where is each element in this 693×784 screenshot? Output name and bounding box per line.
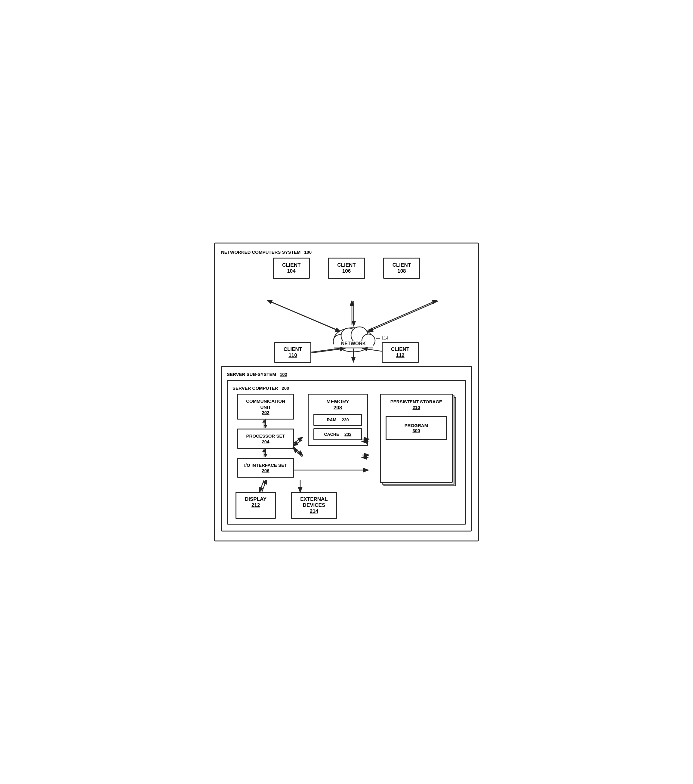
memory-box: MEMORY 208 RAM 230 CACHE	[308, 394, 368, 446]
processor-set-ref: 204	[243, 439, 289, 444]
program-box: PROGRAM 300	[386, 416, 447, 440]
server-computer-label: SERVER COMPUTER 200	[233, 385, 460, 390]
memory-inner: RAM 230 CACHE 232	[314, 414, 362, 440]
server-subsystem-ref: 102	[280, 372, 287, 377]
cache-box: CACHE 232	[314, 428, 362, 440]
io-interface-box: I/O INTERFACE SET 206	[237, 458, 294, 478]
processor-set-label: PROCESSOR SET	[243, 433, 289, 439]
memory-label: MEMORY	[314, 399, 362, 405]
network-ref-text: — 114	[376, 336, 388, 340]
client108-to-network-line	[368, 301, 438, 331]
client-104-label: CLIENT	[282, 262, 301, 268]
client-110-label: CLIENT	[284, 346, 302, 352]
server-computer-title: SERVER COMPUTER	[233, 385, 278, 390]
display-ref: 212	[245, 502, 266, 508]
diagram-wrapper: NETWORKED COMPUTERS SYSTEM 100 CLIENT 10…	[214, 242, 479, 542]
io-interface-label: I/O INTERFACE SET	[243, 462, 289, 468]
client-112-ref: 112	[391, 352, 409, 359]
external-devices-box: EXTERNALDEVICES 214	[291, 492, 337, 519]
client-112-label: CLIENT	[391, 346, 409, 352]
client-110-ref: 110	[284, 352, 302, 359]
client-104-ref: 104	[282, 268, 301, 274]
external-devices-ref: 214	[300, 508, 328, 514]
networked-system-label: NETWORKED COMPUTERS SYSTEM 100	[221, 249, 472, 255]
left-column: COMMUNICATIONUNIT 202	[233, 394, 299, 478]
right-column: PERSISTENT STORAGE 210 PROGRAM 300	[377, 394, 460, 483]
output-devices-container: DISPLAY 212 EXTERNALDEVICES 214	[235, 492, 337, 519]
ram-label: RAM	[327, 417, 336, 422]
server-subsystem-box: SERVER SUB-SYSTEM 102 SERVER COMPUTER 20…	[221, 366, 472, 532]
external-devices-label: EXTERNALDEVICES	[300, 496, 328, 508]
comm-processor-arrow	[261, 420, 270, 428]
client-112-box: CLIENT 112	[382, 342, 419, 363]
program-label: PROGRAM	[391, 423, 441, 428]
client-106-ref: 106	[337, 268, 356, 274]
server-inner: COMMUNICATIONUNIT 202	[233, 394, 460, 483]
networked-system-box: NETWORKED COMPUTERS SYSTEM 100 CLIENT 10…	[214, 242, 479, 542]
server-subsystem-title: SERVER SUB-SYSTEM	[227, 372, 276, 377]
network-to-client104-line	[268, 300, 338, 331]
persistent-storage-stack: PERSISTENT STORAGE 210 PROGRAM 300	[380, 394, 455, 483]
persistent-storage-box: PERSISTENT STORAGE 210 PROGRAM 300	[380, 394, 453, 483]
processor-io-arrow	[261, 449, 270, 458]
io-interface-ref: 206	[243, 468, 289, 473]
comm-unit-ref: 202	[243, 410, 289, 415]
persistent-storage-label: PERSISTENT STORAGE	[386, 399, 447, 405]
client-108-label: CLIENT	[392, 262, 411, 268]
client-106-label: CLIENT	[337, 262, 356, 268]
program-ref: 300	[391, 428, 441, 433]
processor-set-box: PROCESSOR SET 204	[237, 428, 294, 449]
cache-ref: 232	[345, 432, 351, 437]
comm-unit-label: COMMUNICATIONUNIT	[243, 398, 289, 410]
output-devices-boxes: DISPLAY 212 EXTERNALDEVICES 214	[235, 492, 337, 519]
client-106-box: CLIENT 106	[328, 258, 365, 279]
cache-label: CACHE	[324, 432, 339, 437]
server-subsystem-label: SERVER SUB-SYSTEM 102	[227, 372, 466, 377]
display-label: DISPLAY	[245, 496, 266, 502]
client-110-box: CLIENT 110	[274, 342, 311, 363]
top-clients-row: CLIENT 104 CLIENT 106 CLIENT 108	[221, 258, 472, 279]
client-108-box: CLIENT 108	[383, 258, 420, 279]
network-to-client108-line	[368, 300, 437, 331]
display-box: DISPLAY 212	[235, 492, 276, 519]
persistent-storage-ref: 210	[386, 405, 447, 410]
comm-unit-box: COMMUNICATIONUNIT 202	[237, 394, 294, 420]
server-computer-box: SERVER COMPUTER 200 COMMUNICATIONUNIT 20…	[227, 380, 466, 525]
ram-ref: 230	[342, 417, 348, 422]
output-devices-row: DISPLAY 212 EXTERNALDEVICES 214	[233, 492, 460, 519]
network-area: NETWORK — 114 CLIENT 110	[221, 279, 472, 363]
ram-box: RAM 230	[314, 414, 362, 426]
networked-system-title: NETWORKED COMPUTERS SYSTEM	[221, 249, 301, 255]
client-108-ref: 108	[392, 268, 411, 274]
networked-system-ref: 100	[304, 249, 312, 255]
server-computer-ref: 200	[281, 385, 289, 390]
middle-column: MEMORY 208 RAM 230 CACHE	[305, 394, 371, 446]
client-104-box: CLIENT 104	[273, 258, 310, 279]
memory-ref: 208	[314, 405, 362, 411]
